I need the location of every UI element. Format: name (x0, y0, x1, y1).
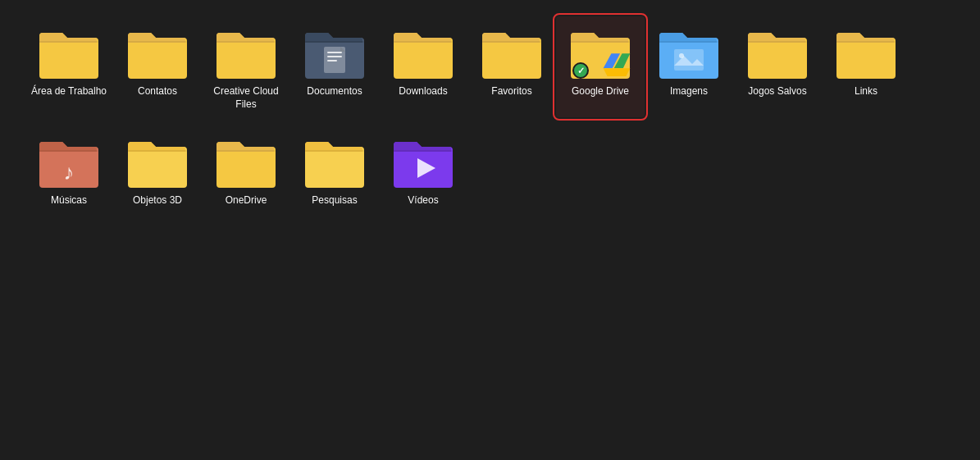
svg-rect-8 (394, 41, 453, 43)
folder-label-contatos: Contatos (138, 85, 177, 98)
folder-label-imagens: Imagens (670, 85, 708, 98)
folder-label-creative-cloud-files: Creative Cloud Files (205, 85, 287, 111)
folder-icon-favoritos (479, 23, 545, 82)
svg-rect-15 (836, 41, 896, 43)
folder-icon-contatos (125, 23, 190, 82)
folder-item-pesquisas[interactable]: Pesquisas (290, 125, 379, 214)
svg-rect-1 (128, 41, 187, 43)
folder-label-pesquisas: Pesquisas (312, 194, 357, 207)
folder-icon-documentos (302, 23, 367, 82)
svg-rect-10 (571, 41, 630, 43)
folder-label-links: Links (855, 85, 877, 98)
folder-item-imagens[interactable]: Imagens (645, 16, 733, 117)
svg-rect-9 (482, 41, 541, 43)
svg-rect-19 (217, 150, 276, 152)
folder-icon-videos (390, 132, 456, 191)
folder-label-google-drive: Google Drive (572, 85, 629, 98)
svg-rect-2 (217, 41, 276, 43)
svg-rect-11 (659, 41, 718, 43)
svg-rect-21 (394, 150, 453, 152)
folder-label-musicas: Músicas (51, 194, 87, 207)
folder-label-documentos: Documentos (307, 85, 362, 98)
svg-rect-20 (305, 150, 364, 152)
svg-rect-16 (39, 150, 98, 152)
folder-icon-downloads (390, 23, 456, 82)
svg-rect-3 (305, 41, 364, 43)
folder-label-objetos-3d: Objetos 3D (133, 194, 182, 207)
folder-item-links[interactable]: Links (822, 16, 910, 117)
svg-rect-18 (128, 150, 187, 152)
folder-item-creative-cloud-files[interactable]: Creative Cloud Files (202, 16, 290, 117)
folder-label-onedrive: OneDrive (226, 194, 267, 207)
folder-label-downloads: Downloads (399, 85, 447, 98)
folder-item-favoritos[interactable]: Favoritos (467, 16, 556, 117)
folder-label-area-de-trabalho: Área de Trabalho (31, 85, 107, 98)
folder-label-favoritos: Favoritos (491, 85, 531, 98)
folder-icon-creative-cloud-files (213, 23, 279, 82)
folder-item-downloads[interactable]: Downloads (379, 16, 467, 117)
folder-item-contatos[interactable]: Contatos (113, 16, 202, 117)
sync-badge (572, 62, 589, 79)
folder-item-musicas[interactable]: ♪ Músicas (25, 125, 113, 214)
svg-rect-6 (327, 56, 342, 57)
folder-item-documentos[interactable]: Documentos (290, 16, 379, 117)
folder-label-jogos-salvos: Jogos Salvos (748, 85, 806, 98)
svg-text:♪: ♪ (64, 160, 75, 184)
folder-icon-google-drive (567, 23, 633, 82)
svg-rect-12 (674, 49, 704, 71)
folder-icon-imagens (656, 23, 722, 82)
folder-icon-musicas: ♪ (36, 132, 102, 191)
folder-item-onedrive[interactable]: OneDrive (202, 125, 290, 214)
folder-item-google-drive[interactable]: Google Drive (556, 16, 645, 117)
svg-rect-14 (748, 41, 807, 43)
folder-icon-pesquisas (302, 132, 367, 191)
svg-rect-7 (327, 60, 337, 61)
folder-item-videos[interactable]: Vídeos (379, 125, 467, 214)
folder-icon-objetos-3d (125, 132, 190, 191)
folder-grid: Área de Trabalho Contatos Creative Cloud… (0, 0, 980, 230)
folder-item-area-de-trabalho[interactable]: Área de Trabalho (25, 16, 113, 117)
folder-icon-area-de-trabalho (36, 23, 102, 82)
folder-icon-links (833, 23, 899, 82)
folder-item-objetos-3d[interactable]: Objetos 3D (113, 125, 202, 214)
svg-rect-5 (327, 52, 342, 53)
folder-item-jogos-salvos[interactable]: Jogos Salvos (733, 16, 822, 117)
folder-icon-jogos-salvos (745, 23, 810, 82)
folder-label-videos: Vídeos (408, 194, 438, 207)
svg-rect-0 (39, 41, 98, 43)
folder-icon-onedrive (213, 132, 279, 191)
